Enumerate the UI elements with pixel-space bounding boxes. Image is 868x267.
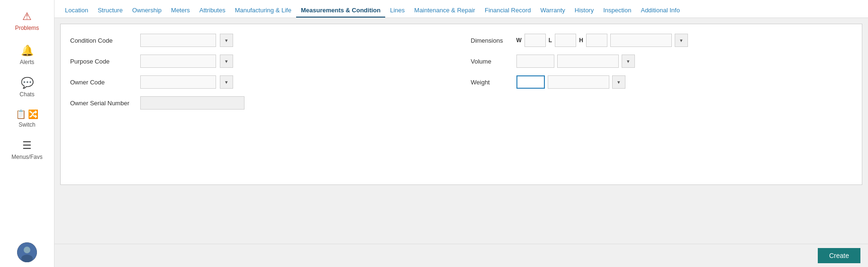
condition-code-dropdown[interactable]: ▾: [220, 34, 233, 47]
weight-label: Weight: [471, 79, 514, 86]
chevron-down-icon5: ▾: [627, 58, 630, 64]
form-columns: Condition Code ▾ Purpose Code ▾: [70, 34, 852, 117]
chevron-down-icon: ▾: [225, 37, 228, 44]
tab-measurements-condition[interactable]: Measurements & Condition: [296, 4, 385, 18]
tab-inspection[interactable]: Inspection: [598, 4, 636, 18]
problems-label: Problems: [15, 25, 39, 31]
dimensions-dropdown[interactable]: ▾: [675, 34, 688, 47]
dimensions-h-input[interactable]: [586, 34, 607, 47]
switch-icon1: 📋: [16, 109, 26, 120]
chevron-down-icon4: ▾: [680, 37, 683, 44]
owner-serial-number-row: Owner Serial Number: [70, 96, 452, 110]
volume-dropdown[interactable]: ▾: [622, 55, 635, 68]
avatar-container: [12, 238, 42, 267]
dimensions-unit-input[interactable]: [610, 34, 672, 47]
dimensions-label: Dimensions: [471, 37, 514, 44]
tab-meters[interactable]: Meters: [166, 4, 195, 18]
svg-point-1: [24, 247, 30, 253]
condition-code-input[interactable]: [140, 34, 216, 47]
owner-serial-number-input[interactable]: [140, 96, 244, 110]
alerts-label: Alerts: [20, 59, 35, 65]
l-letter: L: [549, 37, 552, 44]
user-avatar[interactable]: [17, 242, 37, 262]
form-right: Dimensions W L H ▾ Volume: [471, 34, 853, 117]
create-button[interactable]: Create: [818, 248, 860, 263]
form-left: Condition Code ▾ Purpose Code ▾: [70, 34, 452, 117]
purpose-code-label: Purpose Code: [70, 58, 136, 65]
switch-icons-container: 📋 🔀: [16, 109, 38, 120]
main-content: Location Structure Ownership Meters Attr…: [54, 0, 868, 267]
tab-manufacturing-life[interactable]: Manufacturing & Life: [230, 4, 296, 18]
chevron-down-icon2: ▾: [225, 58, 228, 64]
menu-icon: ☰: [22, 139, 32, 152]
tab-history[interactable]: History: [570, 4, 598, 18]
weight-dropdown[interactable]: ▾: [612, 75, 625, 89]
bell-icon: 🔔: [21, 45, 34, 57]
sidebar-item-switch[interactable]: 📋 🔀 Switch: [0, 103, 54, 134]
sidebar: ⚠ Problems 🔔 Alerts 💬 Chats 📋 🔀 Switch ☰…: [0, 0, 54, 267]
menus-favs-label: Menus/Favs: [11, 154, 42, 160]
switch-label: Switch: [18, 121, 35, 128]
purpose-code-row: Purpose Code ▾: [70, 55, 452, 68]
tab-attributes[interactable]: Attributes: [195, 4, 230, 18]
owner-serial-number-label: Owner Serial Number: [70, 100, 136, 107]
weight-unit-input[interactable]: [548, 75, 609, 89]
tab-ownership[interactable]: Ownership: [127, 4, 166, 18]
tab-lines[interactable]: Lines: [385, 4, 409, 18]
tab-financial-record[interactable]: Financial Record: [480, 4, 536, 18]
switch-icon2: 🔀: [28, 109, 38, 120]
condition-code-row: Condition Code ▾: [70, 34, 452, 47]
purpose-code-dropdown[interactable]: ▾: [220, 55, 233, 68]
volume-unit-input[interactable]: [557, 55, 619, 68]
tab-additional-info[interactable]: Additional Info: [636, 4, 684, 18]
condition-code-label: Condition Code: [70, 37, 136, 44]
page-footer: Create: [54, 244, 868, 267]
measurements-condition-panel: Condition Code ▾ Purpose Code ▾: [60, 24, 862, 185]
h-letter: H: [579, 37, 583, 44]
tab-maintenance-repair[interactable]: Maintenance & Repair: [409, 4, 480, 18]
nav-tabs: Location Structure Ownership Meters Attr…: [54, 0, 868, 18]
chats-label: Chats: [19, 91, 34, 98]
weight-input[interactable]: [516, 75, 545, 89]
sidebar-item-chats[interactable]: 💬 Chats: [0, 71, 54, 103]
volume-label: Volume: [471, 58, 514, 65]
problems-icon: ⚠: [22, 10, 32, 23]
sidebar-item-alerts[interactable]: 🔔 Alerts: [0, 39, 54, 71]
tab-location[interactable]: Location: [60, 4, 93, 18]
tab-content: Condition Code ▾ Purpose Code ▾: [54, 18, 868, 244]
w-letter: W: [516, 37, 522, 44]
owner-code-input[interactable]: [140, 75, 216, 89]
sidebar-item-problems[interactable]: ⚠ Problems: [0, 5, 54, 37]
owner-code-label: Owner Code: [70, 79, 136, 86]
tab-structure[interactable]: Structure: [93, 4, 127, 18]
dimensions-l-input[interactable]: [555, 34, 576, 47]
owner-code-row: Owner Code ▾: [70, 75, 452, 89]
chevron-down-icon3: ▾: [225, 79, 228, 85]
owner-code-dropdown[interactable]: ▾: [220, 75, 233, 89]
chat-icon: 💬: [21, 77, 34, 89]
chevron-down-icon6: ▾: [617, 79, 620, 85]
svg-point-2: [21, 255, 33, 262]
dimensions-row: Dimensions W L H ▾: [471, 34, 853, 47]
weight-row: Weight ▾: [471, 75, 853, 89]
volume-input[interactable]: [516, 55, 554, 68]
dimensions-w-input[interactable]: [524, 34, 546, 47]
purpose-code-input[interactable]: [140, 55, 216, 68]
tab-warranty[interactable]: Warranty: [536, 4, 570, 18]
sidebar-item-menus-favs[interactable]: ☰ Menus/Favs: [0, 134, 54, 166]
volume-row: Volume ▾: [471, 55, 853, 68]
